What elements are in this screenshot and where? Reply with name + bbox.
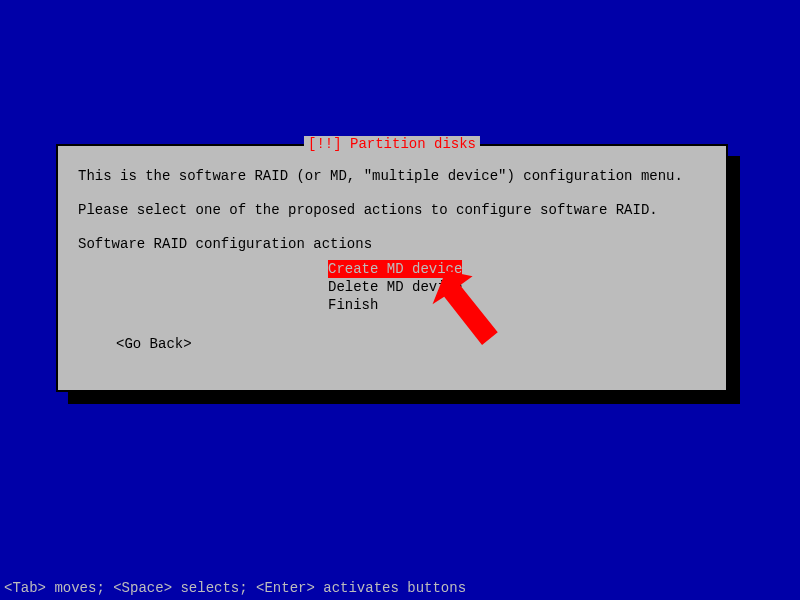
menu-list: Create MD device Delete MD device Finish [328, 260, 706, 314]
intro-text-1: This is the software RAID (or MD, "multi… [78, 168, 706, 184]
dialog-title: [!!] Partition disks [304, 136, 480, 152]
menu-item-delete-md[interactable]: Delete MD device [328, 278, 462, 296]
dialog-content: This is the software RAID (or MD, "multi… [58, 146, 726, 362]
intro-text-2: Please select one of the proposed action… [78, 202, 706, 218]
title-text: Partition disks [342, 136, 476, 152]
title-marker: [!!] [308, 136, 342, 152]
footer-hint: <Tab> moves; <Space> selects; <Enter> ac… [4, 580, 466, 596]
menu-item-finish[interactable]: Finish [328, 296, 378, 314]
prompt-text: Software RAID configuration actions [78, 236, 706, 252]
partition-dialog: [!!] Partition disks This is the softwar… [56, 144, 728, 392]
go-back-button[interactable]: <Go Back> [116, 336, 706, 352]
menu-item-create-md[interactable]: Create MD device [328, 260, 462, 278]
